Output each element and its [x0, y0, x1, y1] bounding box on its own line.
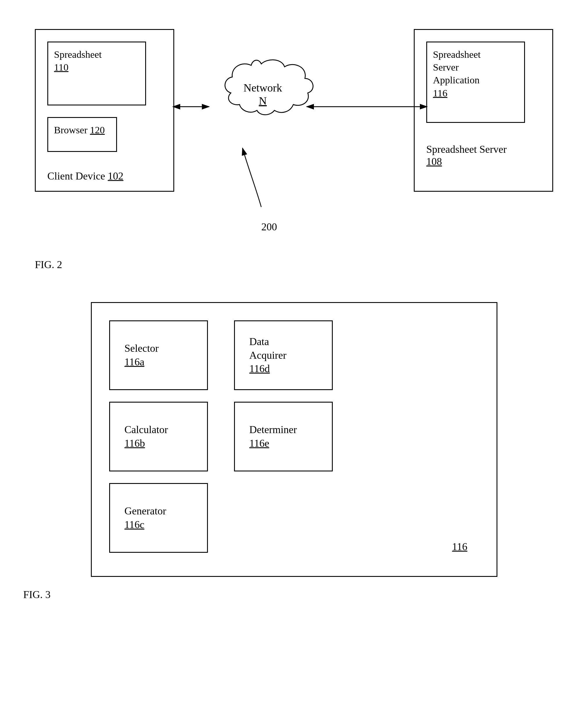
browser-label: Browser 120 [48, 118, 116, 142]
svg-text:N: N [259, 95, 267, 107]
client-device-label: Client Device 102 [47, 170, 124, 182]
spreadsheet-box: Spreadsheet 110 [47, 41, 146, 105]
page: Spreadsheet 110 Browser 120 Client Devic… [0, 0, 588, 707]
browser-box: Browser 120 [47, 117, 117, 152]
fig3-outer-ref: 116 [452, 541, 468, 553]
network-cloud: Network N [203, 41, 319, 157]
data-acquirer-label: Data Acquirer 116d [244, 329, 292, 381]
generator-box: Generator 116c [109, 483, 208, 553]
fig3-grid: Selector 116a Data Acquirer 116d Calcula [109, 321, 342, 553]
server-app-label: Spreadsheet Server Application 116 [427, 42, 524, 105]
server-app-box: Spreadsheet Server Application 116 [426, 41, 525, 123]
fig3-diagram: Selector 116a Data Acquirer 116d Calcula [23, 302, 565, 601]
client-device-box: Spreadsheet 110 Browser 120 Client Devic… [35, 29, 174, 192]
server-label: Spreadsheet Server 108 [426, 143, 507, 168]
calculator-box: Calculator 116b [109, 402, 208, 471]
determiner-box: Determiner 116e [234, 402, 333, 471]
fig3-label: FIG. 3 [23, 588, 565, 601]
determiner-label: Determiner 116e [244, 417, 303, 456]
selector-box: Selector 116a [109, 321, 208, 390]
selector-label: Selector 116a [119, 336, 165, 375]
fig3-outer-box: Selector 116a Data Acquirer 116d Calcula [91, 302, 497, 577]
svg-text:Network: Network [244, 81, 282, 94]
generator-label: Generator 116c [119, 499, 172, 537]
spreadsheet-label: Spreadsheet 110 [48, 42, 145, 79]
calculator-label: Calculator 116b [119, 417, 174, 456]
fig2-diagram: Spreadsheet 110 Browser 120 Client Devic… [23, 18, 565, 279]
network-svg: Network N [203, 41, 319, 157]
fig2-label: FIG. 2 [35, 259, 62, 271]
data-acquirer-box: Data Acquirer 116d [234, 321, 333, 390]
server-box: Spreadsheet Server Application 116 Sprea… [414, 29, 553, 192]
ref-200: 200 [261, 221, 277, 233]
